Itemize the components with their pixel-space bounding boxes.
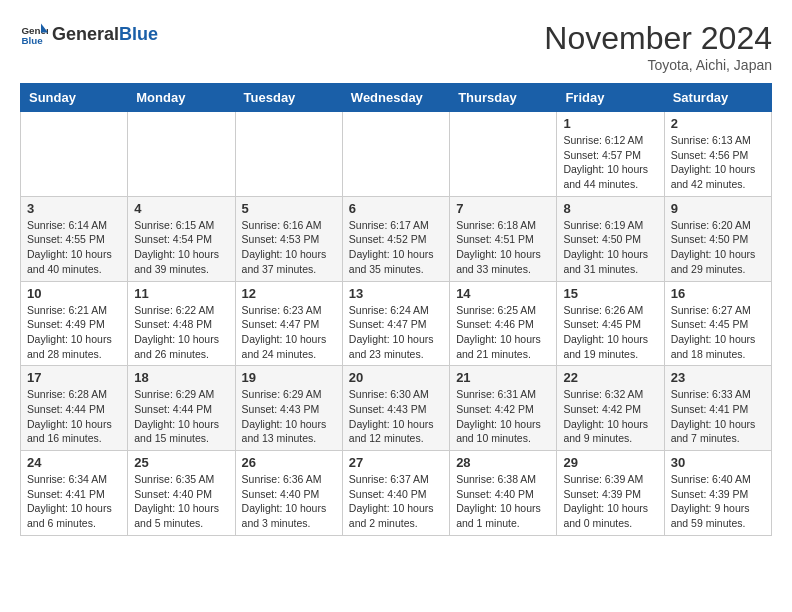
day-number: 18 bbox=[134, 370, 228, 385]
calendar-cell: 28Sunrise: 6:38 AM Sunset: 4:40 PM Dayli… bbox=[450, 451, 557, 536]
day-number: 19 bbox=[242, 370, 336, 385]
logo-general: General bbox=[52, 24, 119, 44]
calendar-cell bbox=[450, 112, 557, 197]
day-info: Sunrise: 6:38 AM Sunset: 4:40 PM Dayligh… bbox=[456, 472, 550, 531]
calendar-week-row: 10Sunrise: 6:21 AM Sunset: 4:49 PM Dayli… bbox=[21, 281, 772, 366]
calendar-cell: 26Sunrise: 6:36 AM Sunset: 4:40 PM Dayli… bbox=[235, 451, 342, 536]
day-number: 20 bbox=[349, 370, 443, 385]
day-number: 4 bbox=[134, 201, 228, 216]
day-info: Sunrise: 6:39 AM Sunset: 4:39 PM Dayligh… bbox=[563, 472, 657, 531]
header: General Blue GeneralBlue November 2024 T… bbox=[20, 20, 772, 73]
day-number: 17 bbox=[27, 370, 121, 385]
day-info: Sunrise: 6:23 AM Sunset: 4:47 PM Dayligh… bbox=[242, 303, 336, 362]
calendar-cell: 24Sunrise: 6:34 AM Sunset: 4:41 PM Dayli… bbox=[21, 451, 128, 536]
calendar-cell bbox=[235, 112, 342, 197]
day-number: 28 bbox=[456, 455, 550, 470]
day-info: Sunrise: 6:13 AM Sunset: 4:56 PM Dayligh… bbox=[671, 133, 765, 192]
title-area: November 2024 Toyota, Aichi, Japan bbox=[544, 20, 772, 73]
calendar-cell: 10Sunrise: 6:21 AM Sunset: 4:49 PM Dayli… bbox=[21, 281, 128, 366]
calendar-cell: 23Sunrise: 6:33 AM Sunset: 4:41 PM Dayli… bbox=[664, 366, 771, 451]
day-number: 23 bbox=[671, 370, 765, 385]
day-info: Sunrise: 6:14 AM Sunset: 4:55 PM Dayligh… bbox=[27, 218, 121, 277]
day-number: 16 bbox=[671, 286, 765, 301]
calendar-cell: 20Sunrise: 6:30 AM Sunset: 4:43 PM Dayli… bbox=[342, 366, 449, 451]
day-number: 11 bbox=[134, 286, 228, 301]
calendar-cell: 9Sunrise: 6:20 AM Sunset: 4:50 PM Daylig… bbox=[664, 196, 771, 281]
calendar-cell: 16Sunrise: 6:27 AM Sunset: 4:45 PM Dayli… bbox=[664, 281, 771, 366]
calendar-cell: 5Sunrise: 6:16 AM Sunset: 4:53 PM Daylig… bbox=[235, 196, 342, 281]
calendar-cell: 7Sunrise: 6:18 AM Sunset: 4:51 PM Daylig… bbox=[450, 196, 557, 281]
calendar-cell: 3Sunrise: 6:14 AM Sunset: 4:55 PM Daylig… bbox=[21, 196, 128, 281]
day-info: Sunrise: 6:40 AM Sunset: 4:39 PM Dayligh… bbox=[671, 472, 765, 531]
calendar-cell: 27Sunrise: 6:37 AM Sunset: 4:40 PM Dayli… bbox=[342, 451, 449, 536]
calendar-cell: 12Sunrise: 6:23 AM Sunset: 4:47 PM Dayli… bbox=[235, 281, 342, 366]
day-number: 13 bbox=[349, 286, 443, 301]
day-info: Sunrise: 6:24 AM Sunset: 4:47 PM Dayligh… bbox=[349, 303, 443, 362]
day-info: Sunrise: 6:12 AM Sunset: 4:57 PM Dayligh… bbox=[563, 133, 657, 192]
calendar-cell: 11Sunrise: 6:22 AM Sunset: 4:48 PM Dayli… bbox=[128, 281, 235, 366]
day-number: 27 bbox=[349, 455, 443, 470]
location: Toyota, Aichi, Japan bbox=[544, 57, 772, 73]
day-info: Sunrise: 6:20 AM Sunset: 4:50 PM Dayligh… bbox=[671, 218, 765, 277]
day-info: Sunrise: 6:35 AM Sunset: 4:40 PM Dayligh… bbox=[134, 472, 228, 531]
day-info: Sunrise: 6:27 AM Sunset: 4:45 PM Dayligh… bbox=[671, 303, 765, 362]
day-info: Sunrise: 6:29 AM Sunset: 4:43 PM Dayligh… bbox=[242, 387, 336, 446]
day-number: 2 bbox=[671, 116, 765, 131]
day-info: Sunrise: 6:31 AM Sunset: 4:42 PM Dayligh… bbox=[456, 387, 550, 446]
calendar-cell bbox=[342, 112, 449, 197]
weekday-header: Saturday bbox=[664, 84, 771, 112]
calendar-week-row: 3Sunrise: 6:14 AM Sunset: 4:55 PM Daylig… bbox=[21, 196, 772, 281]
weekday-header: Thursday bbox=[450, 84, 557, 112]
calendar-cell: 6Sunrise: 6:17 AM Sunset: 4:52 PM Daylig… bbox=[342, 196, 449, 281]
day-number: 3 bbox=[27, 201, 121, 216]
weekday-header: Sunday bbox=[21, 84, 128, 112]
day-number: 10 bbox=[27, 286, 121, 301]
day-info: Sunrise: 6:30 AM Sunset: 4:43 PM Dayligh… bbox=[349, 387, 443, 446]
weekday-header: Tuesday bbox=[235, 84, 342, 112]
day-number: 14 bbox=[456, 286, 550, 301]
month-title: November 2024 bbox=[544, 20, 772, 57]
day-number: 8 bbox=[563, 201, 657, 216]
calendar-week-row: 17Sunrise: 6:28 AM Sunset: 4:44 PM Dayli… bbox=[21, 366, 772, 451]
calendar-cell: 15Sunrise: 6:26 AM Sunset: 4:45 PM Dayli… bbox=[557, 281, 664, 366]
day-number: 29 bbox=[563, 455, 657, 470]
calendar-cell: 13Sunrise: 6:24 AM Sunset: 4:47 PM Dayli… bbox=[342, 281, 449, 366]
day-number: 22 bbox=[563, 370, 657, 385]
calendar-cell: 21Sunrise: 6:31 AM Sunset: 4:42 PM Dayli… bbox=[450, 366, 557, 451]
logo-icon: General Blue bbox=[20, 20, 48, 48]
logo-blue: Blue bbox=[119, 24, 158, 44]
day-info: Sunrise: 6:37 AM Sunset: 4:40 PM Dayligh… bbox=[349, 472, 443, 531]
day-info: Sunrise: 6:26 AM Sunset: 4:45 PM Dayligh… bbox=[563, 303, 657, 362]
day-info: Sunrise: 6:36 AM Sunset: 4:40 PM Dayligh… bbox=[242, 472, 336, 531]
day-number: 15 bbox=[563, 286, 657, 301]
day-info: Sunrise: 6:32 AM Sunset: 4:42 PM Dayligh… bbox=[563, 387, 657, 446]
calendar-cell: 30Sunrise: 6:40 AM Sunset: 4:39 PM Dayli… bbox=[664, 451, 771, 536]
day-info: Sunrise: 6:15 AM Sunset: 4:54 PM Dayligh… bbox=[134, 218, 228, 277]
calendar-cell: 19Sunrise: 6:29 AM Sunset: 4:43 PM Dayli… bbox=[235, 366, 342, 451]
day-number: 1 bbox=[563, 116, 657, 131]
calendar-cell: 4Sunrise: 6:15 AM Sunset: 4:54 PM Daylig… bbox=[128, 196, 235, 281]
day-number: 12 bbox=[242, 286, 336, 301]
day-number: 26 bbox=[242, 455, 336, 470]
day-number: 6 bbox=[349, 201, 443, 216]
day-info: Sunrise: 6:18 AM Sunset: 4:51 PM Dayligh… bbox=[456, 218, 550, 277]
calendar-cell: 2Sunrise: 6:13 AM Sunset: 4:56 PM Daylig… bbox=[664, 112, 771, 197]
day-number: 24 bbox=[27, 455, 121, 470]
calendar-cell: 1Sunrise: 6:12 AM Sunset: 4:57 PM Daylig… bbox=[557, 112, 664, 197]
day-number: 25 bbox=[134, 455, 228, 470]
calendar: SundayMondayTuesdayWednesdayThursdayFrid… bbox=[20, 83, 772, 536]
weekday-header: Monday bbox=[128, 84, 235, 112]
calendar-cell: 29Sunrise: 6:39 AM Sunset: 4:39 PM Dayli… bbox=[557, 451, 664, 536]
logo-text: GeneralBlue bbox=[52, 24, 158, 45]
weekday-header: Friday bbox=[557, 84, 664, 112]
day-number: 5 bbox=[242, 201, 336, 216]
calendar-week-row: 1Sunrise: 6:12 AM Sunset: 4:57 PM Daylig… bbox=[21, 112, 772, 197]
calendar-cell: 22Sunrise: 6:32 AM Sunset: 4:42 PM Dayli… bbox=[557, 366, 664, 451]
calendar-cell bbox=[21, 112, 128, 197]
day-info: Sunrise: 6:33 AM Sunset: 4:41 PM Dayligh… bbox=[671, 387, 765, 446]
calendar-cell: 17Sunrise: 6:28 AM Sunset: 4:44 PM Dayli… bbox=[21, 366, 128, 451]
day-number: 30 bbox=[671, 455, 765, 470]
day-info: Sunrise: 6:34 AM Sunset: 4:41 PM Dayligh… bbox=[27, 472, 121, 531]
day-info: Sunrise: 6:29 AM Sunset: 4:44 PM Dayligh… bbox=[134, 387, 228, 446]
calendar-cell: 18Sunrise: 6:29 AM Sunset: 4:44 PM Dayli… bbox=[128, 366, 235, 451]
